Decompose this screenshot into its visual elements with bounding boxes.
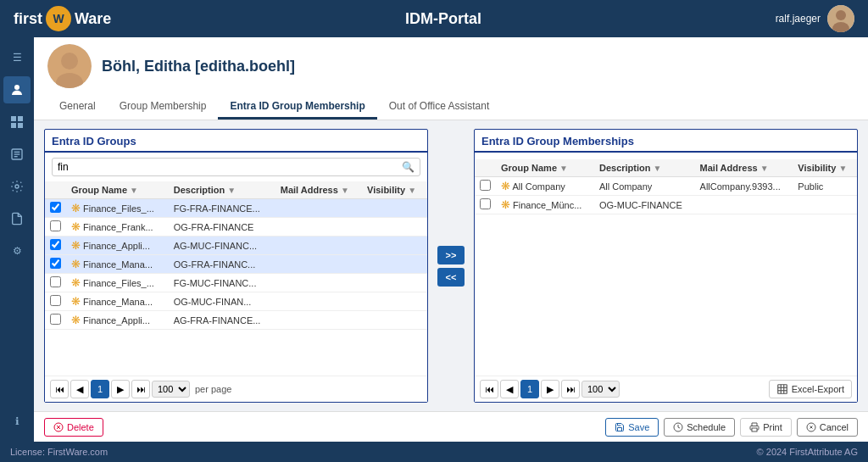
row-checkbox[interactable] — [50, 258, 61, 269]
excel-icon — [776, 383, 788, 395]
tab-entra-id-group-membership[interactable]: Entra ID Group Membership — [218, 95, 376, 120]
search-icon: 🔍 — [402, 161, 415, 173]
per-page-label: per page — [195, 384, 231, 394]
save-label: Save — [628, 422, 649, 432]
row-checkbox[interactable] — [480, 180, 491, 191]
rcol-check-header — [475, 159, 496, 177]
left-actions: Delete — [44, 418, 103, 437]
col-description-header: Description ▼ — [169, 181, 275, 199]
print-button[interactable]: Print — [740, 418, 792, 437]
main-content: Böhl, Editha [editha.boehl] General Grou… — [34, 37, 868, 442]
sidebar-item-report[interactable] — [3, 141, 31, 168]
page-footer: License: FirstWare.com © 2024 FirstAttri… — [0, 442, 868, 462]
table-row: ❋ Finance_Appli... AG-FRA-FINANCE... — [45, 311, 427, 330]
row-checkbox[interactable] — [50, 314, 61, 325]
add-to-right-button[interactable]: >> — [437, 246, 465, 264]
sidebar-item-menu[interactable]: ☰ — [3, 44, 31, 71]
page-last-btn[interactable]: ⏭ — [131, 380, 150, 398]
user-info-section: Böhl, Editha [editha.boehl] — [47, 44, 854, 88]
remove-from-right-button[interactable]: << — [437, 268, 465, 287]
schedule-icon — [673, 422, 683, 432]
left-pagination: ⏮ ◀ 1 ▶ ⏭ 100 50 25 per page — [45, 376, 427, 402]
content-area: Entra ID Groups 🔍 Group Name ▼ Descri — [34, 120, 868, 411]
print-label: Print — [763, 422, 782, 432]
user-info-topnav: ralf.jaeger — [776, 5, 854, 32]
per-page-select[interactable]: 100 50 25 — [152, 381, 190, 398]
row-checkbox[interactable] — [50, 202, 61, 213]
page-first-btn[interactable]: ⏮ — [50, 380, 69, 398]
col-mail-header: Mail Address ▼ — [275, 181, 362, 199]
sidebar-item-gear[interactable] — [3, 173, 31, 200]
table-row: ❋ Finance_Files_... FG-MUC-FINANC... — [45, 274, 427, 292]
rpage-prev-btn[interactable]: ◀ — [500, 380, 519, 398]
table-row: ❋ Finance_Mana... OG-FRA-FINANC... — [45, 255, 427, 274]
table-row: ❋ Finance_Appli... AG-MUC-FINANC... — [45, 237, 427, 255]
right-table-container: Group Name ▼ Description ▼ Mail Address … — [475, 159, 857, 376]
logo-ware: Ware — [75, 10, 111, 28]
cancel-label: Cancel — [820, 422, 849, 432]
sidebar-item-info[interactable]: ℹ — [3, 408, 31, 435]
schedule-label: Schedule — [687, 422, 726, 432]
search-section: 🔍 — [45, 153, 427, 181]
star-icon: ❋ — [71, 258, 81, 270]
top-navigation: first W Ware IDM-Portal ralf.jaeger — [0, 0, 868, 37]
rcol-description-header: Description ▼ — [594, 159, 695, 177]
svg-rect-7 — [18, 123, 23, 128]
search-box: 🔍 — [52, 158, 420, 176]
delete-button[interactable]: Delete — [44, 418, 103, 437]
rcol-visibility-header: Visibility ▼ — [793, 159, 857, 177]
transfer-controls: >> << — [430, 129, 472, 403]
save-icon — [615, 422, 625, 432]
sidebar-item-user[interactable] — [3, 76, 31, 103]
svg-point-3 — [14, 85, 19, 90]
cancel-button[interactable]: Cancel — [797, 418, 858, 437]
sidebar-item-doc[interactable] — [3, 205, 31, 232]
username-label: ralf.jaeger — [776, 13, 821, 25]
right-table: Group Name ▼ Description ▼ Mail Address … — [475, 159, 857, 214]
svg-rect-6 — [11, 123, 16, 128]
rpage-last-btn[interactable]: ⏭ — [561, 380, 580, 398]
logo-first: first — [14, 10, 42, 28]
table-row: ❋ Finance_Mana... OG-MUC-FINAN... — [45, 292, 427, 311]
save-button[interactable]: Save — [605, 418, 659, 437]
star-icon: ❋ — [71, 314, 81, 326]
left-panel: Entra ID Groups 🔍 Group Name ▼ Descri — [44, 129, 428, 403]
svg-point-1 — [836, 10, 846, 20]
col-check-header — [45, 181, 66, 199]
delete-icon — [53, 422, 64, 432]
star-icon: ❋ — [71, 202, 81, 214]
rper-page-select[interactable]: 100 50 25 — [581, 381, 620, 398]
logo-circle: W — [46, 6, 71, 31]
page-1-btn[interactable]: 1 — [91, 380, 109, 398]
col-group-name-header: Group Name ▼ — [66, 181, 169, 199]
star-icon: ❋ — [501, 180, 510, 192]
left-table: Group Name ▼ Description ▼ Mail Address … — [45, 181, 427, 330]
svg-point-14 — [61, 53, 78, 70]
rpage-first-btn[interactable]: ⏮ — [480, 380, 498, 398]
row-checkbox[interactable] — [50, 276, 61, 287]
excel-export-button[interactable]: Excel-Export — [769, 380, 852, 398]
tab-general[interactable]: General — [47, 95, 108, 120]
row-checkbox[interactable] — [50, 239, 61, 250]
page-next-btn[interactable]: ▶ — [111, 380, 130, 398]
right-panel-title: Entra ID Group Memberships — [475, 130, 857, 153]
rpage-next-btn[interactable]: ▶ — [541, 380, 559, 398]
row-checkbox[interactable] — [50, 220, 61, 231]
star-icon: ❋ — [501, 198, 510, 211]
cancel-icon — [806, 422, 816, 432]
svg-point-12 — [15, 185, 19, 188]
row-checkbox[interactable] — [480, 198, 491, 209]
table-row: ❋ Finance_Münc... OG-MUC-FINANCE — [475, 196, 857, 214]
tab-group-membership[interactable]: Group Membership — [108, 95, 219, 120]
sidebar-item-settings[interactable]: ⚙ — [3, 237, 31, 264]
right-panel: Entra ID Group Memberships Group Name ▼ … — [474, 129, 858, 403]
search-input[interactable] — [58, 161, 398, 173]
sidebar-item-grid[interactable] — [3, 109, 31, 136]
tab-out-of-office[interactable]: Out of Office Assistant — [377, 95, 502, 120]
col-visibility-header: Visibility ▼ — [362, 181, 427, 199]
user-photo — [47, 44, 92, 88]
page-prev-btn[interactable]: ◀ — [70, 380, 89, 398]
rpage-1-btn[interactable]: 1 — [520, 380, 539, 398]
schedule-button[interactable]: Schedule — [664, 418, 735, 437]
row-checkbox[interactable] — [50, 295, 61, 306]
